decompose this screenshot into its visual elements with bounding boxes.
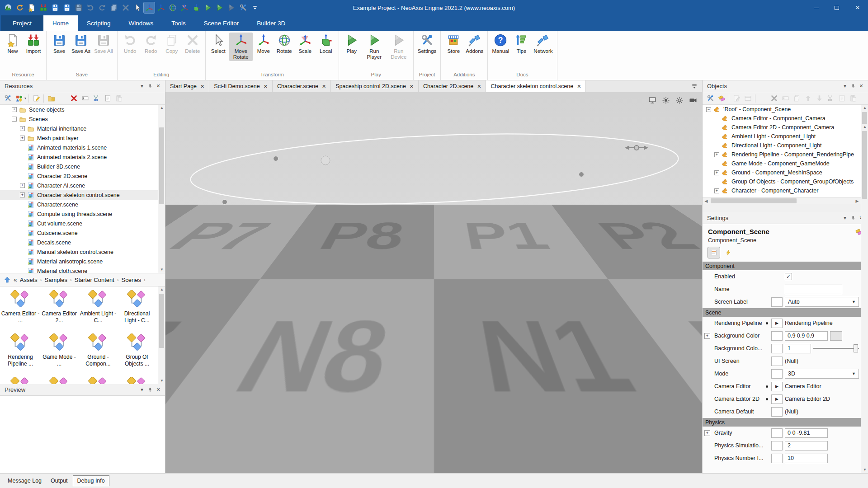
close-tab-icon[interactable]: ✕ [477,84,481,89]
tree-item[interactable]: Camera Editor 2D - Component_Camera [703,123,868,132]
down-button[interactable] [814,94,824,103]
expand-icon[interactable]: + [20,192,25,197]
expand-icon[interactable]: + [20,183,25,188]
expand-icon[interactable]: + [704,430,710,436]
tree-item[interactable]: Group Of Objects - Component_GroupOfObje… [703,177,868,186]
tools-button[interactable] [705,94,715,103]
name-field[interactable] [785,285,842,294]
scroll-up-icon[interactable]: ▲ [861,105,868,111]
tree-item[interactable]: Ambient Light - Component_Light [703,132,868,141]
tree-item[interactable]: Character.scene [0,200,165,209]
expand-icon[interactable]: + [12,107,17,112]
tree-item[interactable]: Builder 3D.scene [0,162,165,171]
sun-button[interactable] [660,96,671,105]
ref-button[interactable] [771,331,783,341]
up-folder-icon[interactable] [4,276,11,283]
paste-button[interactable] [848,94,858,103]
docs-button[interactable] [792,94,802,103]
tree-item[interactable]: Camera Editor - Component_Camera [703,114,868,123]
doc-tab-spaceship-control-2d-scene[interactable]: Spaceship control 2D.scene✕ [331,80,419,92]
background-color-field[interactable]: 0.9 0.9 0.9 [785,331,828,341]
close-button[interactable]: ✕ [847,0,868,15]
scissors-button[interactable] [826,94,835,103]
panel-menu-icon[interactable]: ▾ [841,83,849,90]
tools-button[interactable] [3,94,13,103]
doc-button[interactable] [103,94,113,103]
tree-item[interactable]: +Character skeleton control.scene [0,190,165,200]
scroll-down-icon[interactable]: ▼ [158,267,165,273]
properties-tab-button[interactable] [708,247,720,258]
scroll-up-icon[interactable]: ▲ [158,105,165,111]
undo-button[interactable] [85,2,96,13]
background-colo--slider[interactable] [813,348,859,349]
scissors-button[interactable] [91,94,101,103]
scroll-right-icon[interactable]: ▶ [854,197,861,205]
ref-button[interactable] [771,344,783,353]
thumbnails-scrollbar[interactable]: ▲ ▼ [158,286,165,384]
close-tab-icon[interactable]: ✕ [410,84,414,89]
menu-tab-home[interactable]: Home [43,15,78,31]
panel-menu-icon[interactable]: ▾ [138,83,146,90]
tree-item[interactable]: Compute using threads.scene [0,209,165,219]
mode-dropdown[interactable]: 3D▼ [785,369,859,379]
tree-item[interactable]: Animated materials 1.scene [0,143,165,152]
menu-tab-tools[interactable]: Tools [162,15,195,31]
tree-item[interactable]: Material cloth.scene [0,266,165,273]
gravity-field[interactable]: 0 0 -9.81 [785,428,828,438]
status-tab-debug-info[interactable]: Debug Info [73,475,109,486]
run-player-button[interactable]: Run Player [363,33,386,61]
window-button[interactable] [743,94,753,103]
tools-button[interactable] [238,2,249,13]
asset-item[interactable]: Camera Editor - ... [1,288,40,332]
doc-tab-start-page[interactable]: Start Page✕ [165,80,209,92]
move-rotate-button[interactable]: Move Rotate [229,33,253,61]
tree-item[interactable]: Decals.scene [0,238,165,247]
camera-editor-ref-button[interactable]: ▶ [771,382,783,391]
close-panel-icon[interactable]: ✕ [154,386,162,394]
ref-button[interactable] [771,454,783,463]
settings-button[interactable]: Settings [416,33,438,55]
asset-item[interactable]: Directional Light - C... [118,288,156,332]
network-button[interactable]: Network [532,33,554,55]
import-button[interactable] [38,2,49,13]
tree-item[interactable]: Game Mode - Component_GameMode [703,159,868,168]
ref-button[interactable] [771,297,783,307]
tips-button[interactable]: Tips [511,33,531,55]
ref-button[interactable] [771,441,783,450]
ref-button[interactable] [771,407,783,417]
rendering-pipeline-ref-button[interactable]: ▶ [771,319,783,328]
pencil-button[interactable] [31,94,41,103]
asset-item[interactable] [1,375,40,384]
close-tab-icon[interactable]: ✕ [200,84,204,89]
tree-item[interactable]: −'Root' - Component_Scene [703,105,868,114]
color-swatch[interactable] [830,331,842,341]
settings-scrollbar[interactable]: ▲ ▼ [861,124,868,473]
expand-icon[interactable]: + [714,170,719,175]
collapse-icon[interactable]: − [12,117,17,122]
pencil-button[interactable] [731,94,741,103]
customize-toolbar-button[interactable] [250,2,260,13]
tree-item[interactable]: +Material inheritance [0,124,165,133]
tree-item[interactable]: +Scene objects [0,105,165,114]
save-button[interactable]: Save [49,33,69,55]
close-panel-icon[interactable]: ✕ [857,83,865,90]
move-button[interactable] [156,2,166,13]
scroll-left-icon[interactable]: ◀ [703,197,710,205]
pagestar-button[interactable] [57,94,67,103]
minimize-button[interactable] [806,0,826,15]
asset-item[interactable] [79,375,118,384]
rotate-button[interactable]: Rotate [274,33,294,55]
folderstar-button[interactable] [46,94,56,103]
breadcrumb-item-samples[interactable]: Samples [44,277,67,283]
scene-viewport[interactable]: P1P2P3P4P5P6P7P8P1P2P3P4P5P6P7P8N1N2N3N4… [165,92,702,473]
breadcrumb-item-scenes[interactable]: Scenes [122,277,141,283]
tree-item[interactable]: Animated materials 2.scene [0,152,165,162]
tree-item[interactable]: Character 2D.scene [0,171,165,181]
scale-button[interactable]: Scale [295,33,315,55]
xred-button[interactable] [69,94,79,103]
scroll-down-icon[interactable]: ▼ [158,378,165,384]
close-tab-icon[interactable]: ✕ [322,84,326,89]
asset-item[interactable]: Group Of Objects ... [118,332,156,375]
select-button[interactable]: Select [208,33,228,55]
shapes-button[interactable] [14,94,24,103]
